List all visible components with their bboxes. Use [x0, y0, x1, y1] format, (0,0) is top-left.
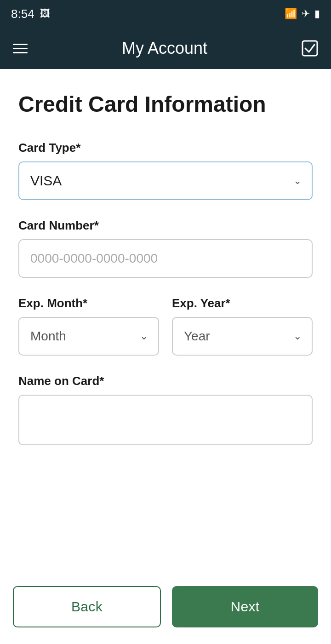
exp-month-group: Exp. Month* Month 01 02 03 04 05 06 07 0… [18, 296, 159, 356]
time-display: 8:54 [11, 7, 34, 21]
card-type-select[interactable]: VISA Mastercard American Express Discove… [18, 161, 313, 200]
page-title: Credit Card Information [18, 91, 313, 118]
wifi-icon: 📶 [285, 8, 297, 20]
card-number-label: Card Number* [18, 218, 313, 233]
status-bar: 8:54 🖼 📶 ✈ ▮ [0, 0, 331, 28]
exp-year-group: Exp. Year* Year 2024 2025 2026 2027 2028… [172, 296, 313, 356]
exp-year-wrapper: Year 2024 2025 2026 2027 2028 2029 2030 … [172, 317, 313, 356]
battery-icon: ▮ [314, 8, 320, 20]
expiry-row: Exp. Month* Month 01 02 03 04 05 06 07 0… [18, 296, 313, 356]
card-number-input[interactable] [18, 239, 313, 278]
status-time: 8:54 🖼 [11, 7, 50, 21]
exp-year-select[interactable]: Year 2024 2025 2026 2027 2028 2029 2030 [172, 317, 313, 356]
main-content: Credit Card Information Card Type* VISA … [0, 69, 331, 484]
image-icon: 🖼 [40, 8, 50, 20]
status-icons: 📶 ✈ ▮ [285, 8, 320, 20]
next-button[interactable]: Next [172, 586, 318, 627]
name-on-card-input[interactable] [18, 395, 313, 445]
exp-month-label: Exp. Month* [18, 296, 159, 310]
card-type-label: Card Type* [18, 141, 313, 155]
card-type-group: Card Type* VISA Mastercard American Expr… [18, 141, 313, 200]
exp-year-label: Exp. Year* [172, 296, 313, 310]
name-on-card-group: Name on Card* [18, 374, 313, 447]
nav-title: My Account [122, 39, 207, 58]
nav-bar: My Account [0, 28, 331, 69]
card-number-group: Card Number* [18, 218, 313, 278]
exp-month-select[interactable]: Month 01 02 03 04 05 06 07 08 09 10 11 1… [18, 317, 159, 356]
card-type-wrapper: VISA Mastercard American Express Discove… [18, 161, 313, 200]
name-on-card-label: Name on Card* [18, 374, 313, 388]
button-row: Back Next [0, 575, 331, 644]
checklist-icon[interactable] [302, 40, 318, 57]
menu-icon[interactable] [13, 44, 28, 53]
exp-month-wrapper: Month 01 02 03 04 05 06 07 08 09 10 11 1… [18, 317, 159, 356]
back-button[interactable]: Back [13, 586, 161, 627]
airplane-icon: ✈ [302, 8, 310, 20]
